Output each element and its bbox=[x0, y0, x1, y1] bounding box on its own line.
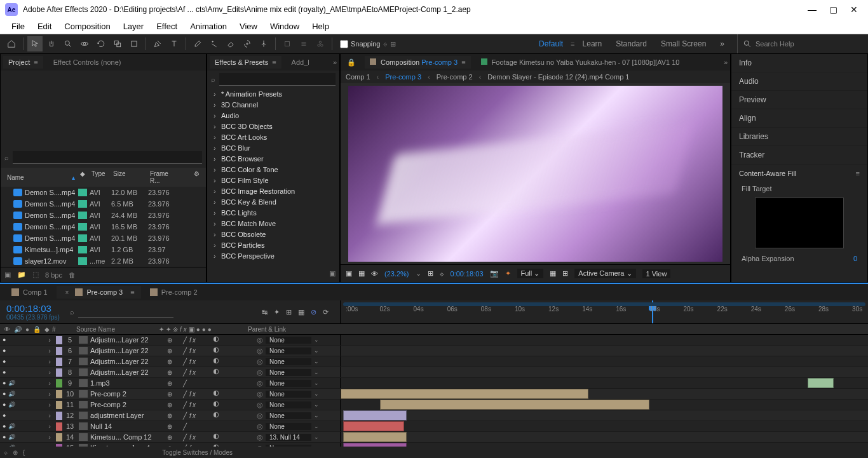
effect-category[interactable]: BCC Image Restoration bbox=[207, 185, 339, 196]
pen-tool[interactable] bbox=[150, 36, 165, 51]
zoom-value[interactable]: (23.2%) bbox=[384, 270, 409, 278]
pan-behind-tool[interactable] bbox=[110, 36, 125, 51]
views-dropdown[interactable]: 1 View bbox=[642, 269, 671, 278]
panel-preview[interactable]: Preview bbox=[731, 91, 867, 109]
effect-category[interactable]: BCC Color & Tone bbox=[207, 164, 339, 175]
workspace-small[interactable]: Small Screen bbox=[654, 37, 712, 51]
col-video-icon[interactable]: 👁 bbox=[4, 326, 10, 333]
timeline-layer[interactable]: ● › 12 adjustment Layer ⊕ ╱fx ◎None⌄ bbox=[0, 410, 868, 421]
eraser-tool[interactable] bbox=[223, 36, 238, 51]
window-maximize[interactable]: ▢ bbox=[829, 4, 837, 15]
bpc-label[interactable]: 8 bpc bbox=[45, 271, 62, 279]
timeline-layer[interactable]: ●🔊 › 10 Pre-comp 2 ⊕ ╱fx ◎None⌄ bbox=[0, 389, 868, 400]
new-comp-icon[interactable]: ▣ bbox=[4, 271, 11, 279]
effect-category[interactable]: BCC Particles bbox=[207, 239, 339, 250]
new-folder-icon[interactable]: 📁 bbox=[17, 271, 26, 279]
layer-bar[interactable] bbox=[343, 410, 407, 421]
zoom-tool[interactable] bbox=[60, 36, 76, 51]
effect-category[interactable]: BCC Match Move bbox=[207, 218, 339, 229]
workspace-default[interactable]: Default bbox=[532, 37, 569, 51]
timeline-layer[interactable]: ● › 8 Adjustm...Layer 22 ⊕ ╱fx ◎None⌄ bbox=[0, 367, 868, 378]
project-item[interactable]: Demon S....mp4 AVI12.0 MB23.976 bbox=[1, 187, 206, 198]
puppet-tool[interactable] bbox=[256, 36, 271, 51]
color-mgmt-icon[interactable]: ✦ bbox=[505, 269, 511, 278]
window-minimize[interactable]: — bbox=[808, 4, 817, 15]
window-close[interactable]: ✕ bbox=[850, 4, 858, 15]
interpret-icon[interactable]: ⬚ bbox=[32, 271, 39, 279]
tl-opt-5[interactable]: ⊘ bbox=[311, 308, 316, 316]
workspace-learn[interactable]: Learn bbox=[576, 37, 609, 51]
workspace-standard[interactable]: Standard bbox=[609, 37, 653, 51]
project-item[interactable]: Kimetsu...].mp4 AVI1.2 GB23.97 bbox=[1, 244, 206, 255]
effect-category[interactable]: BCC Art Looks bbox=[207, 131, 339, 142]
always-preview-icon[interactable]: ▣ bbox=[346, 269, 352, 278]
snapping-checkbox[interactable] bbox=[340, 40, 348, 48]
tool-color-3[interactable] bbox=[313, 36, 328, 51]
snapshot-icon[interactable]: 📷 bbox=[490, 269, 499, 278]
composition-viewer[interactable] bbox=[341, 83, 730, 264]
search-help[interactable]: Search Help bbox=[737, 34, 864, 53]
tl-footer-icon-2[interactable]: ⊕ bbox=[13, 449, 18, 456]
grid-icon[interactable]: ⊞ bbox=[428, 269, 433, 278]
add-tab[interactable]: Add_l bbox=[287, 56, 315, 69]
effect-category[interactable]: 3D Channel bbox=[207, 99, 339, 110]
panel-overflow[interactable]: » bbox=[724, 58, 728, 66]
effect-category[interactable]: BCC Perspective bbox=[207, 250, 339, 261]
shape-tool[interactable] bbox=[126, 36, 142, 51]
tl-opt-6[interactable]: ⟳ bbox=[323, 308, 329, 316]
timecode-display[interactable]: 0:00:18:03 bbox=[451, 270, 484, 278]
layer-bar[interactable] bbox=[808, 378, 834, 388]
timeline-tab-precomp3[interactable]: ×Pre-comp 3≡ bbox=[57, 286, 141, 299]
tl-opt-2[interactable]: ✦ bbox=[274, 308, 280, 316]
timeline-search-icon[interactable]: ⌕ bbox=[70, 308, 74, 316]
tool-color-2[interactable] bbox=[296, 36, 311, 51]
timeline-layer[interactable]: ● › 7 Adjustm...Layer 22 ⊕ ╱fx ◎None⌄ bbox=[0, 356, 868, 367]
project-item[interactable]: Demon S....mp4 AVI6.5 MB23.976 bbox=[1, 198, 206, 210]
new-bin-icon[interactable]: ▣ bbox=[329, 269, 336, 282]
breadcrumb-item[interactable]: Comp 1 bbox=[346, 73, 370, 81]
effect-category[interactable]: * Animation Presets bbox=[207, 88, 339, 99]
effect-category[interactable]: BCC Browser bbox=[207, 153, 339, 164]
menu-layer[interactable]: Layer bbox=[117, 20, 151, 32]
time-ruler[interactable]: :00s02s04s06s08s10s12s14s16s18s20s22s24s… bbox=[340, 300, 868, 323]
trash-icon[interactable]: 🗑 bbox=[69, 271, 76, 279]
toggle-mask-icon[interactable]: 👁 bbox=[371, 270, 378, 278]
tl-footer-icon-1[interactable]: ⟐ bbox=[4, 449, 8, 456]
menu-window[interactable]: Window bbox=[264, 20, 306, 32]
menu-file[interactable]: File bbox=[5, 20, 31, 32]
effects-search[interactable]: ⌕ bbox=[207, 71, 339, 88]
panel-caf[interactable]: Content-Aware Fill≡ bbox=[731, 165, 867, 182]
toggle-alpha-icon[interactable]: ▦ bbox=[358, 269, 365, 278]
home-button[interactable] bbox=[4, 36, 19, 51]
resolution-dropdown[interactable]: Full ⌄ bbox=[517, 269, 544, 278]
effects-tab[interactable]: Effects & Presets≡ bbox=[210, 56, 281, 69]
toggle-switches[interactable]: Toggle Switches / Modes bbox=[162, 449, 233, 456]
panel-overflow[interactable]: » bbox=[333, 58, 337, 66]
rotate-tool[interactable] bbox=[93, 36, 109, 51]
workspace-overflow[interactable]: » bbox=[714, 37, 731, 51]
alpha-expansion-value[interactable]: 0 bbox=[853, 255, 857, 262]
layer-bar[interactable] bbox=[343, 432, 407, 442]
layer-bar[interactable] bbox=[343, 421, 403, 431]
hand-tool[interactable] bbox=[44, 36, 59, 51]
lock-icon[interactable]: 🔒 bbox=[343, 58, 360, 67]
timeline-layer[interactable]: ●🔊 › 15 Kimetsu...pus].mp4 ⊕ ╱fx ◎None⌄ bbox=[0, 443, 868, 447]
menu-effect[interactable]: Effect bbox=[150, 20, 184, 32]
project-search[interactable]: ⌕ bbox=[1, 147, 206, 168]
safe-margin-icon[interactable]: ⟐ bbox=[440, 270, 444, 278]
layer-bar[interactable] bbox=[380, 400, 649, 410]
effect-category[interactable]: BCC Key & Blend bbox=[207, 196, 339, 207]
panel-tracker[interactable]: Tracker bbox=[731, 146, 867, 165]
effect-category[interactable]: BCC Film Style bbox=[207, 175, 339, 185]
current-time[interactable]: 0:00:18:03 bbox=[6, 303, 60, 314]
effect-category[interactable]: BCC Obsolete bbox=[207, 229, 339, 239]
effect-controls-tab[interactable]: Effect Controls (none) bbox=[48, 56, 126, 69]
text-tool[interactable] bbox=[166, 36, 182, 51]
transparency-grid-icon[interactable]: ⊞ bbox=[562, 269, 568, 278]
timeline-tab-comp1[interactable]: Comp 1 bbox=[5, 286, 54, 299]
panel-libraries[interactable]: Libraries bbox=[731, 128, 867, 146]
project-item[interactable]: Demon S....mp4 AVI20.1 MB23.976 bbox=[1, 232, 206, 244]
breadcrumb-item[interactable]: Pre-comp 2 bbox=[437, 73, 473, 81]
col-audio-icon[interactable]: 🔊 bbox=[14, 326, 22, 333]
project-tab[interactable]: Project≡ bbox=[3, 56, 43, 69]
